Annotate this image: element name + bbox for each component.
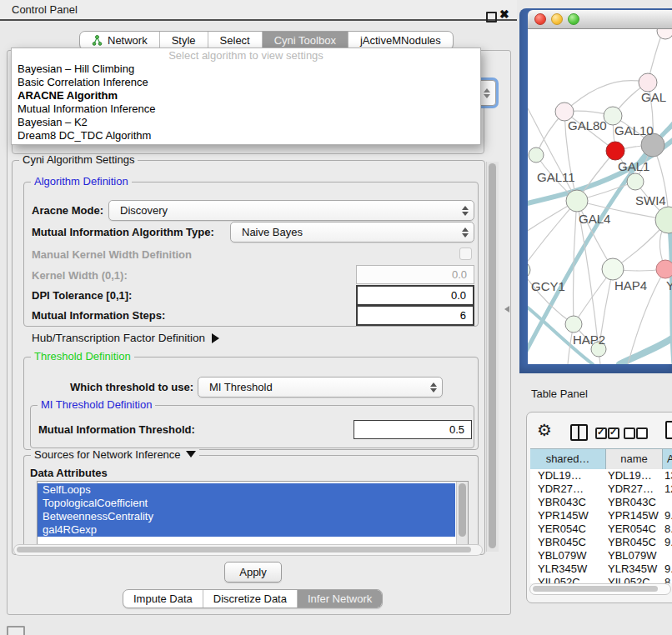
tab-cyni-toolbox[interactable]: Cyni Toolbox (262, 32, 348, 49)
table-row[interactable]: YLR345W YLR345W 9. (530, 562, 672, 576)
cell-name: YBR043C (608, 496, 663, 509)
mi-threshold-group-title: MI Threshold Definition (38, 398, 155, 411)
function-builder-icon[interactable] (665, 421, 672, 439)
apply-button[interactable]: Apply (224, 562, 282, 582)
tab-style[interactable]: Style (159, 32, 208, 49)
algorithm-option[interactable]: Mutual Information Inference (12, 102, 480, 116)
network-node[interactable] (602, 258, 624, 280)
settings-scrollbar[interactable] (486, 162, 499, 552)
network-node-labels: GAL GAL80 GAL10 GAL1 GAL11 SWI4 GAL4 GCY… (531, 90, 672, 347)
network-node[interactable] (528, 262, 530, 278)
cell-value: 12 (664, 482, 672, 496)
settings-gear-icon[interactable]: ⚙ (537, 422, 552, 438)
mi-type-combo[interactable]: Naive Bayes (230, 222, 474, 242)
table-row[interactable]: YPR145W YPR145W 9. (530, 509, 672, 522)
hub-section[interactable]: Hub/Transcription Factor Definition (32, 332, 219, 344)
dpi-tolerance-field[interactable]: 0.0 (356, 285, 474, 306)
sources-group-title[interactable]: Sources for Network Inference (31, 448, 199, 461)
table-row[interactable]: YDL19… YDL19… 13 (530, 469, 672, 482)
network-node[interactable] (565, 316, 582, 332)
table-row[interactable]: YER054C YER054C 8. (530, 522, 672, 536)
algorithm-option-selected[interactable]: ARACNE Algorithm (12, 89, 480, 102)
attributes-scrollbar-thumb[interactable] (459, 483, 466, 537)
settings-hscrollbar-thumb[interactable] (17, 547, 471, 552)
zoom-traffic-light-icon[interactable] (568, 13, 579, 25)
float-window-icon[interactable] (486, 12, 497, 22)
mi-type-label: Mutual Information Algorithm Type: (32, 226, 214, 238)
network-node[interactable] (655, 207, 672, 233)
expand-right-icon[interactable] (212, 333, 219, 343)
mi-steps-field[interactable]: 6 (356, 305, 474, 326)
which-threshold-value: MI Threshold (198, 381, 427, 393)
deselect-all-icon[interactable] (624, 428, 635, 439)
column-layout-icon[interactable] (570, 424, 588, 441)
aracne-mode-combo[interactable]: Discovery (108, 200, 474, 221)
node-label: GCY1 (531, 279, 565, 293)
tab-discretize-data[interactable]: Discretize Data (203, 590, 297, 608)
attribute-item[interactable]: gal4RGexp (38, 523, 455, 537)
network-view[interactable]: GAL GAL80 GAL10 GAL1 GAL11 SWI4 GAL4 GCY… (528, 29, 672, 364)
algorithm-option[interactable]: Basic Correlation Inference (12, 76, 480, 89)
attribute-item[interactable]: BetweennessCentrality (38, 510, 455, 523)
table-row[interactable]: YBR043C YBR043C (530, 496, 672, 509)
network-node[interactable] (529, 148, 544, 162)
attribute-item[interactable]: SelfLoops (38, 483, 455, 497)
select-all-icon[interactable] (608, 428, 619, 439)
hub-section-label: Hub/Transcription Factor Definition (32, 332, 205, 344)
network-window-titlebar[interactable] (528, 10, 672, 29)
table-hscrollbar-thumb[interactable] (533, 586, 658, 592)
mi-threshold-field[interactable]: 0.5 (354, 420, 472, 439)
sources-title-text: Sources for Network Inference (34, 448, 181, 461)
algorithm-option[interactable]: Bayesian – K2 (12, 116, 480, 129)
network-node[interactable] (656, 260, 672, 278)
cell-shared-name: YIL052C (538, 576, 604, 583)
aracne-mode-value: Discovery (109, 204, 459, 217)
node-label: GAL4 (579, 212, 610, 226)
cell-shared-name: YPR145W (538, 509, 604, 522)
minimize-traffic-light-icon[interactable] (551, 13, 563, 25)
tab-select[interactable]: Select (208, 32, 262, 49)
docked-panel-icon[interactable] (7, 626, 25, 635)
node-label: GAL10 (614, 123, 654, 138)
table-row[interactable]: YIL052C YIL052C 8 (530, 576, 672, 583)
manual-kernel-checkbox[interactable] (459, 248, 472, 260)
attribute-item[interactable]: TopologicalCoefficient (38, 497, 455, 510)
panel-splitter-handle[interactable] (504, 306, 509, 312)
cell-name: YDL19… (608, 469, 663, 482)
cell-value: 8. (664, 522, 672, 536)
table-hscrollbar[interactable] (529, 583, 671, 595)
algorithm-option[interactable]: Dream8 DC_TDC Algorithm (12, 129, 480, 142)
select-all-icon[interactable] (595, 428, 607, 439)
tab-jactivemnodules[interactable]: jActiveMNodules (348, 32, 453, 49)
settings-scrollbar-thumb[interactable] (489, 163, 496, 548)
network-node[interactable] (657, 29, 672, 39)
network-node-selected[interactable] (606, 142, 624, 160)
which-threshold-combo[interactable]: MI Threshold (198, 377, 443, 398)
deselect-all-icon[interactable] (636, 428, 648, 439)
settings-group-title: Cyni Algorithm Settings (19, 153, 138, 166)
network-node[interactable] (639, 73, 657, 92)
attributes-scrollbar[interactable] (456, 482, 468, 546)
cell-name: YBR045C (608, 536, 663, 549)
algorithm-option[interactable]: Bayesian – Hill Climbing (12, 62, 480, 76)
tab-style-label: Style (172, 34, 196, 47)
settings-hscrollbar[interactable] (13, 544, 483, 556)
network-node[interactable] (627, 173, 644, 190)
table-row[interactable]: YDR27… YDR27… 12 (530, 482, 672, 496)
tab-infer-network[interactable]: Infer Network (297, 590, 382, 608)
table-row[interactable]: YBR045C YBR045C 9. (530, 536, 672, 549)
cell-name: YER054C (608, 522, 663, 536)
column-header-shared-name[interactable]: shared… (530, 448, 606, 470)
tab-impute-data[interactable]: Impute Data (123, 590, 203, 608)
close-icon[interactable]: ✖ (499, 8, 509, 21)
collapse-down-icon[interactable] (186, 451, 196, 458)
kernel-width-field[interactable]: 0.0 (356, 265, 474, 284)
tab-network[interactable]: Network (80, 32, 159, 49)
column-header-name[interactable]: name (606, 448, 663, 470)
column-header-partial[interactable]: A (663, 448, 672, 470)
table-row[interactable]: YBL079W YBL079W (530, 549, 672, 562)
tab-jactivemnodules-label: jActiveMNodules (360, 34, 441, 47)
cell-name: YLR345W (608, 562, 663, 576)
network-node[interactable] (566, 190, 588, 212)
close-traffic-light-icon[interactable] (534, 13, 546, 25)
